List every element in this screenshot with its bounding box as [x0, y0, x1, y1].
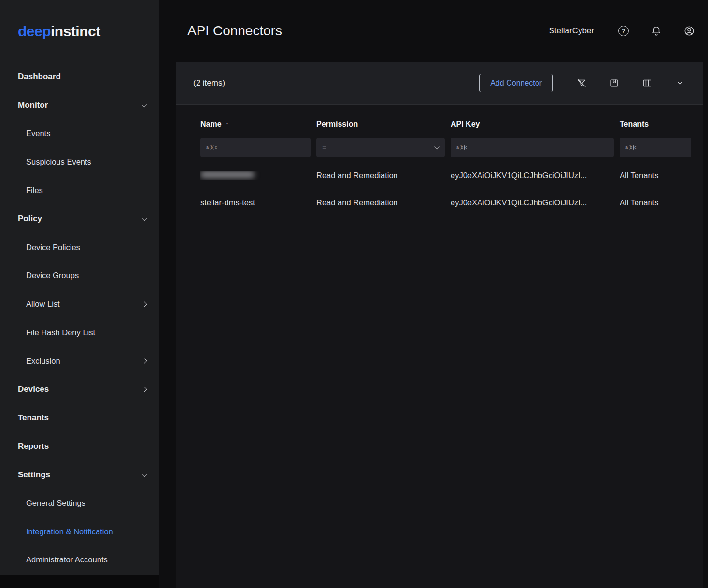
main-area: API Connectors StellarCyber ? (2 items) …: [159, 0, 708, 588]
connector-tenants: All Tenants: [620, 198, 697, 207]
chevron-right-icon: [142, 359, 147, 364]
connector-tenants: All Tenants: [620, 171, 697, 180]
sidebar-item-allow-list[interactable]: Allow List: [0, 290, 159, 318]
sidebar-item-dashboard[interactable]: Dashboard: [0, 63, 159, 91]
redacted-blur: [200, 171, 255, 178]
sidebar-nav: Dashboard Monitor Events Suspicious Even…: [0, 63, 159, 574]
sidebar-item-files[interactable]: Files: [0, 176, 159, 205]
help-icon[interactable]: ?: [617, 25, 630, 37]
sidebar-item-device-groups[interactable]: Device Groups: [0, 262, 159, 290]
sidebar-item-monitor[interactable]: Monitor: [0, 91, 159, 120]
logo-instinct: instinct: [51, 23, 100, 39]
sidebar-item-administrator-accounts[interactable]: Administrator Accounts: [0, 546, 159, 574]
chevron-down-icon: [142, 471, 147, 476]
sidebar-item-file-hash-deny-list[interactable]: File Hash Deny List: [0, 318, 159, 347]
connector-api-key: eyJ0eXAiOiJKV1QiLCJhbGciOiJIUzI...: [451, 198, 620, 207]
sidebar: deepinstinct Dashboard Monitor Events Su…: [0, 0, 159, 575]
table-filter-row: abc = abc abc: [200, 133, 697, 162]
tenants-filter-input[interactable]: abc: [620, 138, 691, 157]
sort-asc-icon[interactable]: ↑: [226, 120, 229, 128]
download-icon[interactable]: [674, 77, 686, 89]
chevron-down-icon: [142, 102, 147, 107]
columns-icon[interactable]: [641, 77, 653, 89]
bell-icon[interactable]: [650, 25, 663, 37]
column-header-permission[interactable]: Permission: [316, 115, 451, 133]
sidebar-item-exclusion[interactable]: Exclusion: [0, 347, 159, 375]
connector-permission: Read and Remediation: [316, 171, 451, 180]
connector-name: stellar-dms-test: [200, 198, 316, 207]
sidebar-item-integration-notification[interactable]: Integration & Notification: [0, 517, 159, 546]
user-account-icon[interactable]: [683, 25, 695, 37]
saved-views-icon[interactable]: [608, 77, 621, 89]
clear-filter-icon[interactable]: [575, 77, 588, 89]
sidebar-item-events[interactable]: Events: [0, 120, 159, 148]
sidebar-item-policy[interactable]: Policy: [0, 205, 159, 233]
column-header-tenants[interactable]: Tenants: [620, 115, 697, 133]
sidebar-item-tenants[interactable]: Tenants: [0, 404, 159, 432]
api-connectors-panel: (2 items) Add Connector: [176, 62, 703, 588]
connector-api-key: eyJ0eXAiOiJKV1QiLCJhbGciOiJIUzI...: [451, 171, 620, 180]
chevron-down-icon: [142, 215, 147, 221]
sidebar-item-reports[interactable]: Reports: [0, 432, 159, 460]
text-filter-icon: abc: [456, 145, 467, 150]
sidebar-item-settings[interactable]: Settings: [0, 460, 159, 489]
items-count: (2 items): [193, 78, 479, 88]
text-filter-icon: abc: [625, 145, 637, 150]
equals-operator: =: [322, 143, 435, 152]
name-filter-input[interactable]: abc: [200, 138, 311, 157]
deepinstinct-logo[interactable]: deepinstinct: [0, 0, 159, 63]
chevron-down-icon: [434, 144, 439, 149]
connector-name-redacted: [200, 171, 316, 180]
column-header-api-key[interactable]: API Key: [451, 115, 620, 133]
sidebar-item-devices[interactable]: Devices: [0, 375, 159, 404]
logo-deep: deep: [18, 23, 51, 39]
chevron-right-icon: [142, 387, 147, 392]
table-toolbar: (2 items) Add Connector: [176, 62, 703, 105]
table-header-row: Name ↑ Permission API Key Tenants: [200, 105, 697, 133]
connector-permission: Read and Remediation: [316, 198, 451, 207]
table-row[interactable]: stellar-dms-test Read and Remediation ey…: [200, 189, 697, 216]
column-header-name[interactable]: Name ↑: [200, 115, 316, 133]
sidebar-item-general-settings[interactable]: General Settings: [0, 489, 159, 517]
sidebar-item-device-policies[interactable]: Device Policies: [0, 233, 159, 262]
app-root: deepinstinct Dashboard Monitor Events Su…: [0, 0, 708, 588]
tenant-name: StellarCyber: [549, 26, 594, 36]
chevron-right-icon: [142, 301, 147, 307]
page-title: API Connectors: [187, 23, 549, 39]
top-bar: API Connectors StellarCyber ?: [159, 0, 708, 62]
text-filter-icon: abc: [206, 145, 217, 150]
api-key-filter-input[interactable]: abc: [451, 138, 614, 157]
sidebar-item-suspicious-events[interactable]: Suspicious Events: [0, 148, 159, 176]
permission-filter-select[interactable]: =: [316, 138, 445, 157]
connectors-table: Name ↑ Permission API Key Tenants abc =: [176, 105, 703, 216]
add-connector-button[interactable]: Add Connector: [479, 74, 553, 92]
table-row[interactable]: Read and Remediation eyJ0eXAiOiJKV1QiLCJ…: [200, 162, 697, 189]
